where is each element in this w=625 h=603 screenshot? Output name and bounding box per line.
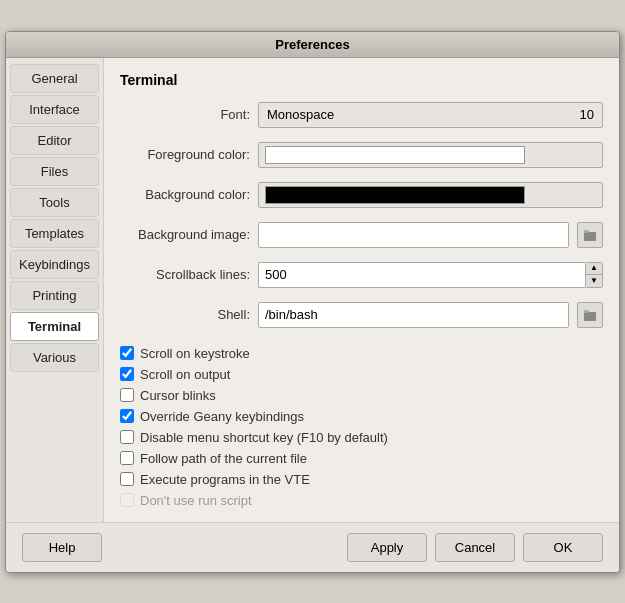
title-bar: Preferences	[6, 32, 619, 58]
sidebar-item-tools[interactable]: Tools	[10, 188, 99, 217]
background-row: Background color:	[120, 182, 603, 208]
checkbox-disable_menu[interactable]	[120, 430, 134, 444]
foreground-swatch	[265, 146, 525, 164]
sidebar-item-keybindings[interactable]: Keybindings	[10, 250, 99, 279]
checkbox-execute_programs[interactable]	[120, 472, 134, 486]
background-image-label: Background image:	[120, 227, 250, 242]
footer: Help Apply Cancel OK	[6, 522, 619, 572]
sidebar-item-files[interactable]: Files	[10, 157, 99, 186]
background-label: Background color:	[120, 187, 250, 202]
sidebar: GeneralInterfaceEditorFilesToolsTemplate…	[6, 58, 104, 522]
sidebar-item-various[interactable]: Various	[10, 343, 99, 372]
ok-button[interactable]: OK	[523, 533, 603, 562]
content-area: GeneralInterfaceEditorFilesToolsTemplate…	[6, 58, 619, 522]
checkbox-label-scroll_output: Scroll on output	[140, 367, 230, 382]
scrollback-spinner[interactable]: ▲ ▼	[585, 262, 603, 288]
svg-rect-1	[584, 230, 589, 233]
font-button[interactable]: Monospace 10	[258, 102, 603, 128]
checkbox-label-disable_menu: Disable menu shortcut key (F10 by defaul…	[140, 430, 388, 445]
footer-right-buttons: Apply Cancel OK	[347, 533, 603, 562]
checkbox-label-scroll_keystroke: Scroll on keystroke	[140, 346, 250, 361]
spinner-down-button[interactable]: ▼	[586, 275, 602, 287]
scrollback-row: Scrollback lines: ▲ ▼	[120, 262, 603, 288]
shell-label: Shell:	[120, 307, 250, 322]
background-image-row: Background image:	[120, 222, 603, 248]
checkbox-label-execute_programs: Execute programs in the VTE	[140, 472, 310, 487]
checkbox-override_geany[interactable]	[120, 409, 134, 423]
main-panel: Terminal Font: Monospace 10 Foreground c…	[104, 58, 619, 522]
checkbox-row-scroll_output: Scroll on output	[120, 367, 603, 382]
font-row: Font: Monospace 10	[120, 102, 603, 128]
sidebar-item-general[interactable]: General	[10, 64, 99, 93]
folder-icon	[583, 228, 597, 242]
foreground-label: Foreground color:	[120, 147, 250, 162]
shell-folder-icon	[583, 308, 597, 322]
shell-browse-button[interactable]	[577, 302, 603, 328]
checkbox-scroll_keystroke[interactable]	[120, 346, 134, 360]
help-button[interactable]: Help	[22, 533, 102, 562]
checkbox-follow_path[interactable]	[120, 451, 134, 465]
sidebar-item-printing[interactable]: Printing	[10, 281, 99, 310]
font-label: Font:	[120, 107, 250, 122]
preferences-window: Preferences GeneralInterfaceEditorFilesT…	[5, 31, 620, 573]
sidebar-item-terminal[interactable]: Terminal	[10, 312, 99, 341]
foreground-color-button[interactable]	[258, 142, 603, 168]
checkbox-row-override_geany: Override Geany keybindings	[120, 409, 603, 424]
sidebar-item-interface[interactable]: Interface	[10, 95, 99, 124]
checkboxes-section: Scroll on keystrokeScroll on outputCurso…	[120, 346, 603, 508]
checkbox-row-cursor_blinks: Cursor blinks	[120, 388, 603, 403]
checkbox-cursor_blinks[interactable]	[120, 388, 134, 402]
font-size: 10	[580, 102, 594, 128]
svg-rect-3	[584, 310, 589, 313]
background-image-input[interactable]	[258, 222, 569, 248]
svg-rect-2	[584, 312, 596, 321]
scrollback-label: Scrollback lines:	[120, 267, 250, 282]
background-color-button[interactable]	[258, 182, 603, 208]
checkbox-row-disable_menu: Disable menu shortcut key (F10 by defaul…	[120, 430, 603, 445]
checkbox-scroll_output[interactable]	[120, 367, 134, 381]
foreground-row: Foreground color:	[120, 142, 603, 168]
checkbox-row-dont_use_run: Don't use run script	[120, 493, 603, 508]
shell-row: Shell:	[120, 302, 603, 328]
window-title: Preferences	[275, 37, 349, 52]
shell-input[interactable]	[258, 302, 569, 328]
checkbox-label-cursor_blinks: Cursor blinks	[140, 388, 216, 403]
checkbox-row-follow_path: Follow path of the current file	[120, 451, 603, 466]
svg-rect-0	[584, 232, 596, 241]
background-swatch	[265, 186, 525, 204]
background-image-browse-button[interactable]	[577, 222, 603, 248]
scrollback-input[interactable]	[258, 262, 585, 288]
apply-button[interactable]: Apply	[347, 533, 427, 562]
checkbox-label-follow_path: Follow path of the current file	[140, 451, 307, 466]
checkbox-row-execute_programs: Execute programs in the VTE	[120, 472, 603, 487]
checkbox-dont_use_run	[120, 493, 134, 507]
spinner-up-button[interactable]: ▲	[586, 263, 602, 276]
checkbox-row-scroll_keystroke: Scroll on keystroke	[120, 346, 603, 361]
font-name: Monospace	[267, 102, 334, 128]
section-title: Terminal	[120, 72, 603, 88]
checkbox-label-dont_use_run: Don't use run script	[140, 493, 252, 508]
checkbox-label-override_geany: Override Geany keybindings	[140, 409, 304, 424]
sidebar-item-templates[interactable]: Templates	[10, 219, 99, 248]
cancel-button[interactable]: Cancel	[435, 533, 515, 562]
sidebar-item-editor[interactable]: Editor	[10, 126, 99, 155]
